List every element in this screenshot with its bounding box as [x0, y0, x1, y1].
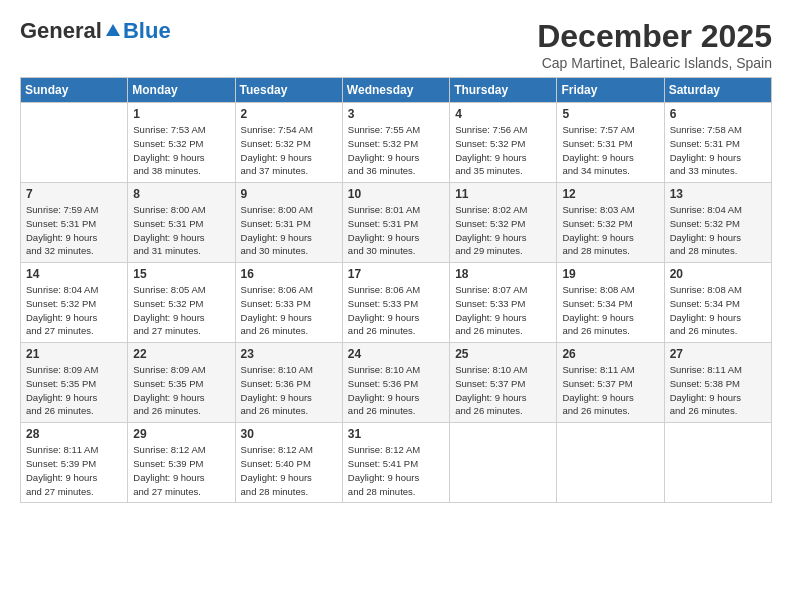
- day-info: Sunrise: 8:12 AM Sunset: 5:40 PM Dayligh…: [241, 443, 337, 498]
- day-info: Sunrise: 8:10 AM Sunset: 5:37 PM Dayligh…: [455, 363, 551, 418]
- day-number: 28: [26, 427, 122, 441]
- day-info: Sunrise: 8:02 AM Sunset: 5:32 PM Dayligh…: [455, 203, 551, 258]
- week-row-1: 7Sunrise: 7:59 AM Sunset: 5:31 PM Daylig…: [21, 183, 772, 263]
- day-number: 15: [133, 267, 229, 281]
- day-info: Sunrise: 8:03 AM Sunset: 5:32 PM Dayligh…: [562, 203, 658, 258]
- day-cell: [557, 423, 664, 503]
- day-cell: 4Sunrise: 7:56 AM Sunset: 5:32 PM Daylig…: [450, 103, 557, 183]
- day-info: Sunrise: 8:10 AM Sunset: 5:36 PM Dayligh…: [348, 363, 444, 418]
- day-number: 27: [670, 347, 766, 361]
- calendar-table: SundayMondayTuesdayWednesdayThursdayFrid…: [20, 77, 772, 503]
- day-info: Sunrise: 8:11 AM Sunset: 5:39 PM Dayligh…: [26, 443, 122, 498]
- day-cell: 14Sunrise: 8:04 AM Sunset: 5:32 PM Dayli…: [21, 263, 128, 343]
- title-block: December 2025 Cap Martinet, Balearic Isl…: [537, 18, 772, 71]
- day-number: 22: [133, 347, 229, 361]
- day-number: 23: [241, 347, 337, 361]
- day-info: Sunrise: 8:08 AM Sunset: 5:34 PM Dayligh…: [670, 283, 766, 338]
- header-cell-saturday: Saturday: [664, 78, 771, 103]
- day-cell: 6Sunrise: 7:58 AM Sunset: 5:31 PM Daylig…: [664, 103, 771, 183]
- day-cell: [21, 103, 128, 183]
- day-info: Sunrise: 7:54 AM Sunset: 5:32 PM Dayligh…: [241, 123, 337, 178]
- day-number: 30: [241, 427, 337, 441]
- day-number: 16: [241, 267, 337, 281]
- day-cell: 24Sunrise: 8:10 AM Sunset: 5:36 PM Dayli…: [342, 343, 449, 423]
- day-number: 3: [348, 107, 444, 121]
- day-number: 4: [455, 107, 551, 121]
- day-number: 24: [348, 347, 444, 361]
- header-cell-thursday: Thursday: [450, 78, 557, 103]
- day-info: Sunrise: 8:09 AM Sunset: 5:35 PM Dayligh…: [133, 363, 229, 418]
- day-info: Sunrise: 8:00 AM Sunset: 5:31 PM Dayligh…: [133, 203, 229, 258]
- day-number: 1: [133, 107, 229, 121]
- day-cell: 29Sunrise: 8:12 AM Sunset: 5:39 PM Dayli…: [128, 423, 235, 503]
- logo-blue: Blue: [123, 18, 171, 44]
- day-number: 5: [562, 107, 658, 121]
- day-number: 18: [455, 267, 551, 281]
- logo: General Blue: [20, 18, 171, 44]
- day-info: Sunrise: 7:53 AM Sunset: 5:32 PM Dayligh…: [133, 123, 229, 178]
- day-cell: 27Sunrise: 8:11 AM Sunset: 5:38 PM Dayli…: [664, 343, 771, 423]
- week-row-2: 14Sunrise: 8:04 AM Sunset: 5:32 PM Dayli…: [21, 263, 772, 343]
- day-cell: 30Sunrise: 8:12 AM Sunset: 5:40 PM Dayli…: [235, 423, 342, 503]
- day-number: 14: [26, 267, 122, 281]
- day-info: Sunrise: 8:09 AM Sunset: 5:35 PM Dayligh…: [26, 363, 122, 418]
- day-cell: 31Sunrise: 8:12 AM Sunset: 5:41 PM Dayli…: [342, 423, 449, 503]
- day-number: 29: [133, 427, 229, 441]
- day-number: 21: [26, 347, 122, 361]
- header-cell-monday: Monday: [128, 78, 235, 103]
- day-info: Sunrise: 8:10 AM Sunset: 5:36 PM Dayligh…: [241, 363, 337, 418]
- header-cell-friday: Friday: [557, 78, 664, 103]
- day-number: 25: [455, 347, 551, 361]
- day-info: Sunrise: 8:07 AM Sunset: 5:33 PM Dayligh…: [455, 283, 551, 338]
- day-cell: 9Sunrise: 8:00 AM Sunset: 5:31 PM Daylig…: [235, 183, 342, 263]
- day-cell: [664, 423, 771, 503]
- day-info: Sunrise: 7:56 AM Sunset: 5:32 PM Dayligh…: [455, 123, 551, 178]
- logo-general: General: [20, 18, 102, 44]
- day-number: 19: [562, 267, 658, 281]
- day-cell: 11Sunrise: 8:02 AM Sunset: 5:32 PM Dayli…: [450, 183, 557, 263]
- day-cell: 1Sunrise: 7:53 AM Sunset: 5:32 PM Daylig…: [128, 103, 235, 183]
- day-number: 26: [562, 347, 658, 361]
- day-info: Sunrise: 8:08 AM Sunset: 5:34 PM Dayligh…: [562, 283, 658, 338]
- calendar-header: SundayMondayTuesdayWednesdayThursdayFrid…: [21, 78, 772, 103]
- header-row: SundayMondayTuesdayWednesdayThursdayFrid…: [21, 78, 772, 103]
- day-cell: 21Sunrise: 8:09 AM Sunset: 5:35 PM Dayli…: [21, 343, 128, 423]
- day-cell: 17Sunrise: 8:06 AM Sunset: 5:33 PM Dayli…: [342, 263, 449, 343]
- day-number: 11: [455, 187, 551, 201]
- day-number: 6: [670, 107, 766, 121]
- day-cell: 7Sunrise: 7:59 AM Sunset: 5:31 PM Daylig…: [21, 183, 128, 263]
- day-cell: 26Sunrise: 8:11 AM Sunset: 5:37 PM Dayli…: [557, 343, 664, 423]
- day-cell: 12Sunrise: 8:03 AM Sunset: 5:32 PM Dayli…: [557, 183, 664, 263]
- day-info: Sunrise: 8:11 AM Sunset: 5:37 PM Dayligh…: [562, 363, 658, 418]
- main-title: December 2025: [537, 18, 772, 55]
- logo-icon: [104, 22, 122, 40]
- day-info: Sunrise: 8:04 AM Sunset: 5:32 PM Dayligh…: [26, 283, 122, 338]
- header-cell-sunday: Sunday: [21, 78, 128, 103]
- day-info: Sunrise: 7:57 AM Sunset: 5:31 PM Dayligh…: [562, 123, 658, 178]
- day-cell: 13Sunrise: 8:04 AM Sunset: 5:32 PM Dayli…: [664, 183, 771, 263]
- day-cell: [450, 423, 557, 503]
- day-info: Sunrise: 7:55 AM Sunset: 5:32 PM Dayligh…: [348, 123, 444, 178]
- day-number: 13: [670, 187, 766, 201]
- day-info: Sunrise: 8:00 AM Sunset: 5:31 PM Dayligh…: [241, 203, 337, 258]
- day-info: Sunrise: 8:12 AM Sunset: 5:41 PM Dayligh…: [348, 443, 444, 498]
- calendar-body: 1Sunrise: 7:53 AM Sunset: 5:32 PM Daylig…: [21, 103, 772, 503]
- day-info: Sunrise: 7:59 AM Sunset: 5:31 PM Dayligh…: [26, 203, 122, 258]
- day-cell: 22Sunrise: 8:09 AM Sunset: 5:35 PM Dayli…: [128, 343, 235, 423]
- day-info: Sunrise: 7:58 AM Sunset: 5:31 PM Dayligh…: [670, 123, 766, 178]
- day-cell: 15Sunrise: 8:05 AM Sunset: 5:32 PM Dayli…: [128, 263, 235, 343]
- day-cell: 23Sunrise: 8:10 AM Sunset: 5:36 PM Dayli…: [235, 343, 342, 423]
- day-number: 20: [670, 267, 766, 281]
- day-cell: 28Sunrise: 8:11 AM Sunset: 5:39 PM Dayli…: [21, 423, 128, 503]
- header-cell-tuesday: Tuesday: [235, 78, 342, 103]
- day-cell: 3Sunrise: 7:55 AM Sunset: 5:32 PM Daylig…: [342, 103, 449, 183]
- day-number: 9: [241, 187, 337, 201]
- day-number: 31: [348, 427, 444, 441]
- day-info: Sunrise: 8:01 AM Sunset: 5:31 PM Dayligh…: [348, 203, 444, 258]
- logo-text: General Blue: [20, 18, 171, 44]
- day-number: 12: [562, 187, 658, 201]
- day-number: 7: [26, 187, 122, 201]
- day-cell: 25Sunrise: 8:10 AM Sunset: 5:37 PM Dayli…: [450, 343, 557, 423]
- day-info: Sunrise: 8:06 AM Sunset: 5:33 PM Dayligh…: [348, 283, 444, 338]
- day-cell: 18Sunrise: 8:07 AM Sunset: 5:33 PM Dayli…: [450, 263, 557, 343]
